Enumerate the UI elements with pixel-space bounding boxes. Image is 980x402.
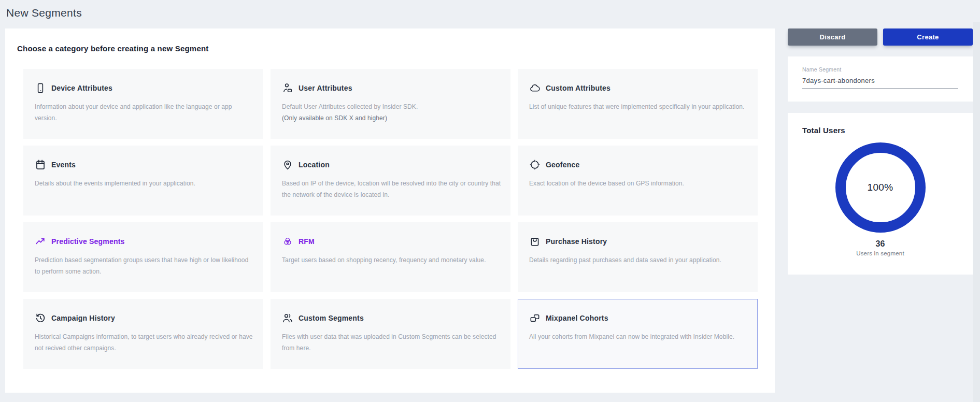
history-clock-icon: [35, 312, 46, 324]
users-count-caption: Users in segment: [788, 250, 973, 256]
scrollbar-track[interactable]: [973, 22, 980, 402]
category-title: Predictive Segments: [51, 237, 125, 246]
cohorts-icon: [529, 312, 541, 324]
action-buttons: Discard Create: [788, 28, 973, 46]
category-title: RFM: [299, 237, 315, 246]
card-header: Location: [282, 159, 503, 170]
card-header: Custom Attributes: [529, 82, 750, 94]
cloud-icon: [529, 82, 541, 94]
category-card-campaign-history[interactable]: Campaign History Historical Campaigns in…: [23, 299, 263, 369]
category-title: User Attributes: [299, 84, 352, 92]
segment-category-panel: Choose a category before creating a new …: [5, 28, 775, 393]
card-header: Mixpanel Cohorts: [529, 312, 750, 324]
category-card-device-attributes[interactable]: Device Attributes Information about your…: [23, 69, 263, 139]
panel-heading: Choose a category before creating a new …: [17, 44, 209, 53]
category-grid: Device Attributes Information about your…: [23, 69, 758, 369]
total-users-card: Total Users 100% 36 Users in segment: [788, 113, 973, 275]
name-segment-label: Name Segment: [802, 66, 958, 73]
venn-icon: [282, 236, 293, 247]
category-card-predictive-segments[interactable]: Predictive Segments Prediction based seg…: [23, 222, 263, 292]
category-card-events[interactable]: Events Details about the events implemen…: [23, 146, 263, 216]
category-description: Details regarding past purchases and dat…: [529, 254, 750, 266]
category-description: Information about your device and applic…: [35, 101, 255, 124]
map-pin-icon: [282, 159, 293, 170]
category-description: Historical Campaigns information, to tar…: [35, 331, 255, 354]
name-segment-card: Name Segment: [788, 56, 973, 102]
name-segment-input[interactable]: [802, 77, 958, 89]
smartphone-icon: [35, 82, 46, 94]
card-header: Campaign History: [35, 312, 255, 324]
category-description: Details about the events implemented in …: [35, 178, 255, 189]
card-header: Predictive Segments: [35, 236, 255, 247]
calendar-icon: [35, 159, 46, 170]
total-users-donut-chart: 100%: [834, 141, 927, 234]
category-description: Files with user data that was uploaded i…: [282, 331, 503, 354]
category-description: Exact location of the device based on GP…: [529, 178, 750, 189]
category-title: Device Attributes: [51, 84, 112, 92]
category-description: Target users based on shopping recency, …: [282, 254, 503, 266]
category-card-location[interactable]: Location Based on IP of the device, loca…: [271, 146, 510, 216]
users-count: 36: [788, 239, 973, 249]
category-title: Custom Attributes: [546, 84, 610, 92]
category-card-mixpanel-cohorts[interactable]: Mixpanel Cohorts All your cohorts from M…: [518, 299, 758, 369]
shopping-bag-icon: [529, 236, 541, 247]
trending-up-icon: [35, 236, 46, 247]
card-header: Device Attributes: [35, 82, 255, 94]
category-title: Events: [51, 161, 76, 169]
category-description: Based on IP of the device, location will…: [282, 178, 503, 200]
card-header: Geofence: [529, 159, 750, 170]
category-description-note: (Only available on SDK X and higher): [282, 114, 387, 122]
discard-button[interactable]: Discard: [788, 28, 877, 46]
category-description: Prediction based segmentation groups use…: [35, 254, 255, 277]
category-description: All your cohorts from Mixpanel can now b…: [529, 331, 750, 342]
page-title: New Segments: [6, 7, 82, 19]
create-button[interactable]: Create: [883, 28, 973, 46]
category-card-custom-segments[interactable]: Custom Segments Files with user data tha…: [271, 299, 510, 369]
card-header: User Attributes: [282, 82, 503, 94]
user-card-icon: [282, 82, 293, 94]
card-header: Events: [35, 159, 255, 170]
category-description: List of unique features that were implem…: [529, 101, 750, 112]
category-card-rfm[interactable]: RFM Target users based on shopping recen…: [271, 222, 510, 292]
category-card-purchase-history[interactable]: Purchase History Details regarding past …: [518, 222, 758, 292]
category-title: Mixpanel Cohorts: [546, 314, 608, 322]
category-title: Custom Segments: [299, 314, 364, 322]
category-card-custom-attributes[interactable]: Custom Attributes List of unique feature…: [518, 69, 758, 139]
category-title: Campaign History: [51, 314, 115, 322]
category-title: Geofence: [546, 161, 579, 169]
category-title: Location: [299, 161, 330, 169]
users-icon: [282, 312, 293, 324]
card-header: RFM: [282, 236, 503, 247]
donut-percent-label: 100%: [834, 141, 927, 234]
total-users-title: Total Users: [802, 126, 973, 135]
category-description: Default User Attributes collected by Ins…: [282, 101, 503, 124]
card-header: Purchase History: [529, 236, 750, 247]
card-header: Custom Segments: [282, 312, 503, 324]
geofence-icon: [529, 159, 541, 170]
category-title: Purchase History: [546, 237, 607, 246]
category-card-user-attributes[interactable]: User Attributes Default User Attributes …: [271, 69, 510, 139]
category-card-geofence[interactable]: Geofence Exact location of the device ba…: [518, 146, 758, 216]
